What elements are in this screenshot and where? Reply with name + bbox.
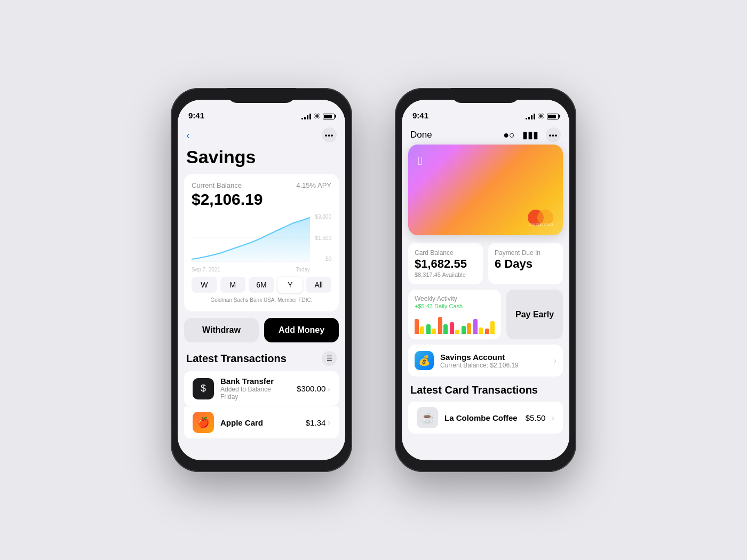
more-button[interactable]: ••• — [322, 127, 337, 142]
wallet-icon[interactable]: ▮▮▮ — [522, 129, 538, 141]
wifi-icon-2: ⌘ — [538, 113, 544, 120]
chevron-right-icon-2: › — [328, 418, 330, 427]
transaction-amount-2: $1.34 — [306, 418, 326, 427]
card-balance-box: Card Balance $1,682.55 $8,317.45 Availab… — [408, 243, 483, 284]
savings-account-row[interactable]: 💰 Savings Account Current Balance: $2,10… — [408, 345, 563, 377]
lacolombe-amount: $5.50 — [526, 413, 546, 422]
card-balance-available: $8,317.45 Available — [415, 271, 476, 278]
chart-y-label-0: $0 — [325, 256, 331, 262]
weekly-section: Weekly Activity +$5.43 Daily Cash — [408, 290, 563, 339]
savings-row-name: Savings Account — [440, 353, 547, 362]
transaction-sub: Added to Balance Friday — [220, 386, 290, 401]
bar — [473, 319, 478, 334]
apple-card-visual:  mastercard — [408, 145, 563, 235]
chart-y-label-3000: $3,000 — [315, 214, 331, 220]
weekly-title: Weekly Activity — [415, 295, 495, 302]
bar-group-1 — [415, 319, 424, 334]
apy-label: 4.15% APY — [296, 181, 331, 189]
bar — [462, 326, 466, 334]
bar — [485, 329, 489, 334]
bar — [432, 329, 436, 334]
search-icon[interactable]: ●○ — [503, 130, 515, 141]
status-time-2: 9:41 — [412, 111, 428, 120]
done-button[interactable]: Done — [410, 130, 432, 140]
savings-chevron-icon: › — [554, 356, 557, 365]
savings-row-sub: Current Balance: $2,106.19 — [440, 362, 547, 369]
payment-due-label: Payment Due In — [495, 249, 557, 257]
bar — [455, 330, 459, 334]
transaction-info-2: Apple Card — [220, 418, 299, 427]
period-m[interactable]: M — [220, 277, 246, 293]
transaction-name-2: Apple Card — [220, 418, 299, 427]
pay-early-label: Pay Early — [515, 310, 554, 319]
withdraw-button[interactable]: Withdraw — [184, 318, 259, 342]
savings-account-icon: 💰 — [415, 351, 434, 370]
fdic-text: Goldman Sachs Bank USA. Member FDIC. — [192, 295, 331, 307]
savings-content: ‹ ••• Savings Current Balance 4.15% APY … — [178, 123, 345, 460]
card-content: Done ●○ ▮▮▮ •••  mastercard — [402, 123, 569, 460]
weekly-bar-chart — [415, 313, 495, 334]
wifi-icon: ⌘ — [314, 113, 320, 120]
status-icons-2: ⌘ — [526, 113, 559, 120]
card-balance-grid: Card Balance $1,682.55 $8,317.45 Availab… — [408, 243, 563, 284]
period-y[interactable]: Y — [277, 277, 303, 293]
status-icons: ⌘ — [301, 113, 335, 120]
back-button[interactable]: ‹ — [186, 129, 190, 141]
chart-y-label-1500: $1,500 — [315, 235, 331, 241]
period-w[interactable]: W — [192, 277, 217, 293]
transaction-right: $300.00 › — [297, 384, 330, 393]
savings-chart: $3,000 $1,500 $0 Sep 7, 2021 Today — [192, 214, 331, 273]
bar-group-7 — [485, 321, 495, 334]
balance-label: Current Balance — [192, 181, 242, 189]
weekly-activity-box: Weekly Activity +$5.43 Daily Cash — [408, 290, 501, 339]
transaction-amount: $300.00 — [297, 384, 325, 393]
action-buttons: Withdraw Add Money — [184, 318, 339, 342]
period-all[interactable]: All — [306, 277, 331, 293]
payment-due-box: Payment Due In 6 Days — [488, 243, 563, 284]
page-title: Savings — [178, 145, 345, 174]
transactions-title: Latest Transactions — [186, 353, 287, 365]
mastercard-icon: mastercard — [528, 210, 553, 226]
notch-2 — [451, 88, 520, 103]
signal-icon-2 — [526, 113, 535, 119]
transaction-apple-card[interactable]: 🍎 Apple Card $1.34 › — [184, 406, 339, 438]
filter-icon[interactable]: ☰ — [322, 351, 337, 366]
card-nav: Done ●○ ▮▮▮ ••• — [402, 123, 569, 145]
transaction-info: Bank Transfer Added to Balance Friday — [220, 377, 290, 401]
period-6m[interactable]: 6M — [249, 277, 274, 293]
bar — [443, 324, 448, 334]
bar — [438, 317, 442, 334]
balance-header: Current Balance 4.15% APY — [192, 181, 331, 189]
balance-amount: $2,106.19 — [192, 190, 331, 209]
card-transaction-lacolombe[interactable]: ☕ La Colombe Coffee $5.50 › — [408, 402, 563, 434]
nav-right-icons: ●○ ▮▮▮ ••• — [503, 127, 561, 142]
apple-card-icon: 🍎 — [193, 412, 214, 433]
bar — [426, 324, 431, 334]
bar-group-5 — [462, 323, 471, 334]
chart-x-labels: Sep 7, 2021 Today — [192, 267, 310, 273]
transaction-name: Bank Transfer — [220, 377, 290, 386]
chart-x-start: Sep 7, 2021 — [192, 267, 220, 273]
bar — [467, 323, 471, 334]
transaction-right-2: $1.34 › — [306, 418, 330, 427]
status-bar-2: 9:41 ⌘ — [402, 100, 569, 123]
savings-screen: 9:41 ⌘ ‹ ••• Savings — [178, 100, 345, 460]
payment-due-days: 6 Days — [495, 258, 557, 270]
battery-icon — [323, 114, 335, 119]
phone-savings: 9:41 ⌘ ‹ ••• Savings — [171, 88, 352, 472]
pay-early-button[interactable]: Pay Early — [506, 290, 563, 339]
bar-group-4 — [450, 322, 459, 334]
card-transactions-title: Latest Card Transactions — [402, 382, 569, 402]
savings-row-info: Savings Account Current Balance: $2,106.… — [440, 353, 547, 369]
transaction-bank-transfer[interactable]: $ Bank Transfer Added to Balance Friday … — [184, 371, 339, 406]
lacolombe-icon: ☕ — [417, 407, 438, 428]
lacolombe-name: La Colombe Coffee — [444, 413, 519, 422]
chart-svg — [192, 214, 310, 262]
transactions-header: Latest Transactions ☰ — [178, 351, 345, 371]
period-buttons: W M 6M Y All — [192, 277, 331, 293]
bar-group-3 — [438, 317, 448, 334]
more-button-2[interactable]: ••• — [546, 127, 561, 142]
chart-x-end: Today — [296, 267, 310, 273]
battery-icon-2 — [547, 114, 559, 119]
add-money-button[interactable]: Add Money — [264, 318, 339, 342]
